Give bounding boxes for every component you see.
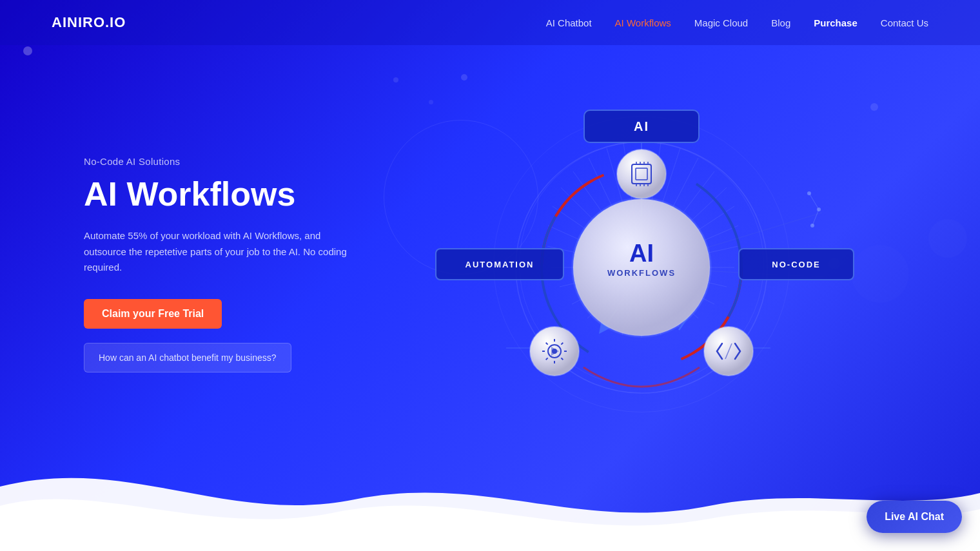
svg-line-18 [604, 267, 642, 329]
diagram-label-nocode-text: NO-CODE [772, 260, 820, 269]
diagram-area: AI WORKFLOWS [355, 84, 928, 445]
hero-section: No-Code AI Solutions AI Workflows Automa… [0, 45, 980, 470]
svg-point-34 [542, 168, 741, 367]
hero-content: No-Code AI Solutions AI Workflows Automa… [84, 156, 355, 372]
hero-subtitle: No-Code AI Solutions [84, 156, 355, 167]
svg-line-5 [642, 171, 714, 267]
svg-point-45 [573, 199, 710, 336]
svg-rect-51 [636, 168, 647, 180]
svg-point-72 [704, 327, 753, 376]
live-chat-button[interactable]: Live AI Chat [867, 501, 962, 533]
nav-item-ai-workflows[interactable]: AI Workflows [615, 17, 671, 28]
svg-point-44 [573, 199, 710, 336]
header: AINIRO.IO AI Chatbot AI Workflows Magic … [0, 0, 980, 45]
svg-point-49 [617, 150, 666, 198]
svg-line-20 [572, 267, 642, 304]
svg-line-70 [546, 358, 548, 360]
nav-item-purchase[interactable]: Purchase [814, 17, 858, 28]
svg-line-9 [642, 246, 738, 267]
diagram-label-automation-text: AUTOMATION [466, 260, 534, 269]
svg-line-29 [607, 148, 642, 267]
svg-point-35 [572, 198, 711, 337]
svg-point-77 [810, 224, 814, 227]
svg-text:WORKFLOWS: WORKFLOWS [607, 268, 676, 278]
svg-line-4 [642, 158, 698, 267]
nav-item-magic-cloud[interactable]: Magic Cloud [694, 17, 748, 28]
svg-line-69 [561, 358, 563, 360]
svg-line-14 [642, 267, 680, 329]
svg-point-48 [617, 150, 666, 198]
main-nav: AI Chatbot AI Workflows Magic Cloud Blog… [546, 17, 928, 28]
svg-line-68 [546, 343, 548, 345]
chat-hint-button[interactable]: How can an AI chatbot benefit my busines… [84, 343, 291, 372]
svg-point-62 [548, 345, 561, 358]
svg-line-2 [642, 143, 661, 267]
nav-item-ai-chatbot[interactable]: AI Chatbot [546, 17, 592, 28]
svg-line-26 [561, 188, 642, 267]
svg-line-30 [623, 143, 642, 267]
svg-line-27 [573, 171, 642, 267]
svg-point-33 [542, 168, 741, 367]
svg-point-63 [552, 349, 557, 354]
svg-line-7 [642, 206, 734, 267]
svg-point-61 [530, 327, 579, 376]
svg-text:AI: AI [629, 240, 654, 267]
diagram-label-nocode: NO-CODE [738, 248, 854, 280]
svg-line-17 [622, 267, 642, 335]
svg-line-25 [553, 206, 642, 267]
hero-description: Automate 55% of your workload with AI Wo… [84, 228, 355, 276]
svg-line-3 [642, 148, 680, 267]
svg-line-28 [589, 158, 642, 267]
svg-line-13 [642, 267, 698, 318]
ai-workflow-diagram: AI WORKFLOWS [455, 97, 828, 432]
svg-line-21 [560, 267, 642, 287]
nav-item-contact-us[interactable]: Contact Us [881, 17, 928, 28]
nav-item-blog[interactable]: Blog [771, 17, 790, 28]
diagram-label-ai-text: AI [634, 119, 649, 134]
svg-point-73 [704, 327, 753, 376]
svg-line-71 [561, 343, 563, 345]
svg-line-74 [725, 343, 732, 359]
diagram-label-automation: AUTOMATION [435, 248, 564, 280]
svg-point-60 [530, 327, 579, 376]
svg-line-12 [642, 267, 714, 304]
svg-line-11 [642, 267, 727, 287]
logo[interactable]: AINIRO.IO [52, 14, 126, 31]
svg-line-19 [587, 267, 642, 318]
svg-line-8 [642, 226, 738, 267]
svg-line-78 [809, 193, 819, 209]
svg-point-32 [542, 168, 741, 367]
svg-point-75 [807, 191, 811, 195]
logo-text: AINIRO.IO [52, 14, 126, 31]
svg-point-76 [817, 208, 821, 211]
svg-line-6 [642, 188, 727, 267]
cta-button[interactable]: Claim your Free Trial [84, 299, 222, 329]
diagram-label-ai: AI [583, 110, 700, 143]
svg-rect-50 [632, 164, 651, 184]
svg-line-79 [812, 209, 819, 226]
svg-line-15 [642, 267, 661, 335]
hero-title: AI Workflows [84, 176, 355, 213]
